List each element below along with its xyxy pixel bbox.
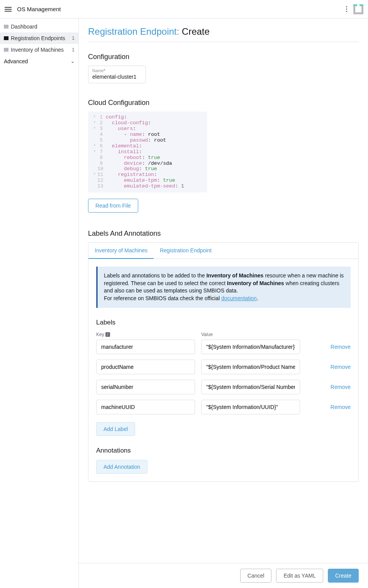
info-banner: Labels and annotations to be added to th… bbox=[96, 267, 351, 308]
sidebar-item-dashboard[interactable]: Dashboard bbox=[0, 21, 78, 32]
yaml-editor[interactable]: ▾1config:▾2 cloud-config:▾3 users:4 - na… bbox=[88, 112, 207, 193]
label-value-input[interactable] bbox=[201, 340, 300, 354]
label-key-input[interactable] bbox=[96, 360, 195, 374]
sidebar-item-registration-endpoints[interactable]: Registration Endpoints 1 bbox=[0, 32, 78, 44]
svg-rect-1 bbox=[360, 4, 363, 6]
create-button[interactable]: Create bbox=[328, 569, 359, 583]
label-key-input[interactable] bbox=[96, 340, 195, 354]
info-icon[interactable]: i bbox=[105, 332, 110, 337]
label-value-input[interactable] bbox=[201, 360, 300, 374]
svg-rect-0 bbox=[353, 4, 357, 6]
read-from-file-button[interactable]: Read from File bbox=[88, 199, 138, 213]
sidebar-item-inventory[interactable]: Inventory of Machines 1 bbox=[0, 44, 78, 56]
name-field-wrap[interactable]: Name* bbox=[88, 66, 146, 83]
label-key-input[interactable] bbox=[96, 400, 195, 414]
app-title: OS Management bbox=[17, 6, 61, 12]
section-configuration: Configuration bbox=[88, 53, 359, 61]
breadcrumb-link[interactable]: Registration Endpoint: bbox=[88, 26, 179, 37]
chevron-down-icon: ⌄ bbox=[71, 59, 75, 64]
annotations-heading: Annotations bbox=[96, 447, 351, 455]
documentation-link[interactable]: documentation bbox=[221, 295, 257, 301]
remove-label-link[interactable]: Remove bbox=[331, 344, 351, 350]
topbar: OS Management bbox=[0, 0, 368, 19]
sidebar-item-advanced[interactable]: Advanced ⌄ bbox=[0, 56, 78, 67]
sidebar: Dashboard Registration Endpoints 1 Inven… bbox=[0, 19, 79, 588]
section-labels-annotations: Labels And Annotations bbox=[88, 230, 359, 238]
remove-label-link[interactable]: Remove bbox=[331, 364, 351, 370]
remove-label-link[interactable]: Remove bbox=[331, 384, 351, 390]
tab-inventory[interactable]: Inventory of Machines bbox=[88, 243, 154, 259]
folder-icon bbox=[4, 48, 8, 52]
label-row: Remove bbox=[96, 400, 351, 414]
kebab-icon[interactable] bbox=[344, 5, 349, 14]
page-title: Registration Endpoint: Create bbox=[88, 26, 359, 42]
name-input[interactable] bbox=[92, 74, 142, 80]
label-row: Remove bbox=[96, 380, 351, 394]
svg-rect-3 bbox=[361, 6, 363, 12]
add-annotation-button[interactable]: Add Annotation bbox=[96, 460, 148, 474]
svg-rect-2 bbox=[353, 6, 355, 12]
label-value-input[interactable] bbox=[201, 380, 300, 394]
name-label: Name* bbox=[92, 68, 142, 73]
menu-icon[interactable] bbox=[5, 7, 12, 12]
label-key-input[interactable] bbox=[96, 380, 195, 394]
label-value-input[interactable] bbox=[201, 400, 300, 414]
footer-actions: Cancel Edit as YAML Create bbox=[79, 563, 368, 588]
cancel-button[interactable]: Cancel bbox=[240, 569, 272, 583]
svg-rect-4 bbox=[353, 12, 363, 14]
label-row: Remove bbox=[96, 340, 351, 354]
folder-icon bbox=[4, 36, 8, 40]
brand-logo bbox=[353, 4, 363, 14]
tabs: Inventory of Machines Registration Endpo… bbox=[88, 243, 358, 259]
remove-label-link[interactable]: Remove bbox=[331, 404, 351, 410]
section-cloud-config: Cloud Configuration bbox=[88, 99, 359, 107]
edit-yaml-button[interactable]: Edit as YAML bbox=[276, 569, 323, 583]
tab-registration-endpoint[interactable]: Registration Endpoint bbox=[154, 243, 218, 259]
add-label-button[interactable]: Add Label bbox=[96, 422, 135, 436]
labels-heading: Labels bbox=[96, 319, 351, 326]
folder-icon bbox=[4, 25, 8, 29]
label-row: Remove bbox=[96, 360, 351, 374]
